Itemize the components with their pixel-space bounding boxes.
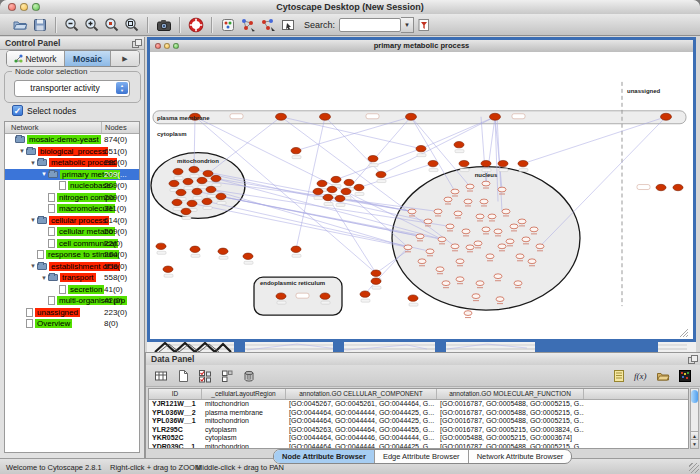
membrane-node[interactable]	[661, 113, 672, 120]
snapshot-camera-icon[interactable]	[154, 15, 174, 35]
nucleus-node[interactable]	[528, 259, 536, 264]
nucleus-node[interactable]	[476, 281, 484, 286]
tree-row-nucleobase[interactable]: nucleobase-209(0)	[5, 180, 139, 192]
app-titlebar[interactable]: Cytoscape Desktop (New Session)	[0, 0, 700, 15]
nucleus-node[interactable]	[464, 311, 472, 316]
tree-row-nitrogen-compo[interactable]: nitrogen compo209(0)	[5, 192, 139, 204]
graph-node[interactable]	[243, 253, 253, 259]
app-resize-grip[interactable]	[689, 463, 699, 473]
expand-arrow[interactable]: ▼	[40, 275, 48, 281]
nucleus-node[interactable]	[522, 237, 530, 242]
network-canvas[interactable]: plasma membrane cytoplasm mitochondrion …	[150, 52, 693, 339]
nucleus-node[interactable]	[502, 209, 510, 214]
nucleus-node[interactable]	[404, 245, 412, 250]
graph-node[interactable]	[459, 160, 469, 166]
delete-attribute-icon[interactable]	[240, 367, 258, 384]
nucleus-node[interactable]	[436, 267, 444, 272]
zoom-in-icon[interactable]	[82, 15, 102, 35]
graph-node[interactable]	[481, 160, 491, 166]
tree-row-biological-process[interactable]: ▼biological_process651(0)	[5, 146, 139, 158]
nucleus-node[interactable]	[518, 219, 526, 224]
tree-row-cellular-process[interactable]: ▼cellular process614(0)	[5, 215, 139, 227]
graph-node[interactable]	[216, 193, 226, 199]
scrollbar-thumb[interactable]	[691, 390, 698, 403]
graph-node[interactable]	[206, 186, 216, 192]
save-icon[interactable]	[30, 15, 50, 35]
graph-node[interactable]	[203, 170, 213, 176]
nucleus-node[interactable]	[464, 199, 472, 204]
membrane-node[interactable]	[320, 113, 331, 120]
nucleus-node[interactable]	[514, 281, 522, 286]
nucleus-node[interactable]	[456, 277, 464, 282]
nucleus-node[interactable]	[454, 211, 462, 216]
tab-network-attribute-browser[interactable]: Network Attribute Browser	[469, 450, 572, 463]
graph-node[interactable]	[197, 177, 207, 183]
nucleus-node[interactable]	[456, 259, 464, 264]
graph-node[interactable]	[291, 246, 301, 252]
graph-node[interactable]	[176, 189, 186, 195]
nucleus-node[interactable]	[494, 229, 502, 234]
graph-node[interactable]	[189, 166, 199, 172]
nucleus-node[interactable]	[442, 281, 450, 286]
membrane-node[interactable]	[276, 113, 287, 120]
column-header-id[interactable]: ID	[149, 389, 202, 399]
column-header-cellularlayoutregion[interactable]: _cellularLayoutRegion	[202, 389, 286, 399]
table-row-yjr121w-1[interactable]: YJR121W__1mitochondrion[GO:0045267, GO:0…	[149, 400, 688, 409]
window-resize-grip[interactable]	[680, 329, 688, 337]
help-lifesaver-icon[interactable]	[186, 15, 206, 35]
column-nodes[interactable]: Nodes	[105, 123, 127, 132]
nucleus-node[interactable]	[476, 214, 484, 219]
nucleus-node[interactable]	[446, 224, 454, 229]
first-neighbors-icon[interactable]	[238, 15, 258, 35]
graph-node[interactable]	[518, 160, 528, 166]
nucleus-node[interactable]	[498, 187, 506, 192]
graph-node[interactable]	[163, 266, 173, 272]
graph-node[interactable]	[416, 145, 426, 151]
nucleus-node[interactable]	[451, 244, 459, 249]
select-attributes-icon[interactable]	[196, 367, 214, 384]
table-row-ypl036w-2[interactable]: YPL036W__2plasma membrane[GO:0044464, GO…	[149, 409, 688, 418]
graph-node[interactable]	[498, 160, 508, 166]
tree-row-establishment-of-lo[interactable]: ▼establishment of lo558(0)	[5, 261, 139, 273]
membrane-node[interactable]	[490, 113, 501, 120]
graph-node[interactable]	[317, 180, 327, 186]
open-file-icon[interactable]	[10, 15, 30, 35]
table-row-ypl036w-1[interactable]: YPL036W__1mitochondrion[GO:0044464, GO:0…	[149, 417, 688, 426]
nucleus-node[interactable]	[418, 259, 426, 264]
nucleus-node[interactable]	[416, 234, 424, 239]
tree-row-transport[interactable]: ▼transport558(0)	[5, 272, 139, 284]
tab-node-attribute-browser[interactable]: Node Attribute Browser	[274, 450, 375, 463]
graph-node[interactable]	[313, 188, 323, 194]
column-header-annotation-go-cellular-component[interactable]: annotation.GO CELLULAR_COMPONENT	[286, 389, 437, 399]
table-scrollbar[interactable]: ▲ ▼	[690, 388, 699, 449]
tree-row-overview[interactable]: Overview8(0)	[5, 318, 139, 330]
tree-row-response-to-stimulu[interactable]: response to stimulu264(0)	[5, 249, 139, 261]
nucleus-node[interactable]	[530, 227, 538, 232]
zoom-fit-icon[interactable]	[122, 15, 142, 35]
graph-node[interactable]	[156, 243, 166, 249]
nucleus-node[interactable]	[466, 245, 474, 250]
graph-node[interactable]	[408, 295, 418, 301]
graph-node[interactable]	[371, 278, 381, 284]
nucleus-node[interactable]	[408, 209, 416, 214]
graph-node[interactable]	[187, 200, 197, 206]
graph-node[interactable]	[183, 178, 193, 184]
tree-row-macromolecule[interactable]: macromolecule311(0)	[5, 203, 139, 215]
nucleus-node[interactable]	[474, 241, 482, 246]
graph-node[interactable]	[218, 248, 228, 254]
graph-node[interactable]	[428, 160, 438, 166]
column-header-annotation-go-molecular-function[interactable]: annotation.GO MOLECULAR_FUNCTION	[437, 389, 584, 399]
graph-node[interactable]	[335, 195, 345, 201]
graph-node[interactable]	[360, 291, 370, 297]
nucleus-node[interactable]	[438, 237, 446, 242]
unselect-attributes-icon[interactable]	[218, 367, 236, 384]
nucleus-node[interactable]	[466, 184, 474, 189]
unassigned-node[interactable]	[656, 184, 666, 190]
tree-row-cellular-metabo[interactable]: cellular metabo209(0)	[5, 226, 139, 238]
nucleus-node[interactable]	[488, 214, 496, 219]
graph-node[interactable]	[291, 147, 301, 153]
graph-node[interactable]	[354, 184, 364, 190]
nucleus-node[interactable]	[506, 239, 514, 244]
graph-node[interactable]	[368, 155, 378, 161]
search-dropdown-arrow[interactable]: ▼	[401, 17, 414, 33]
